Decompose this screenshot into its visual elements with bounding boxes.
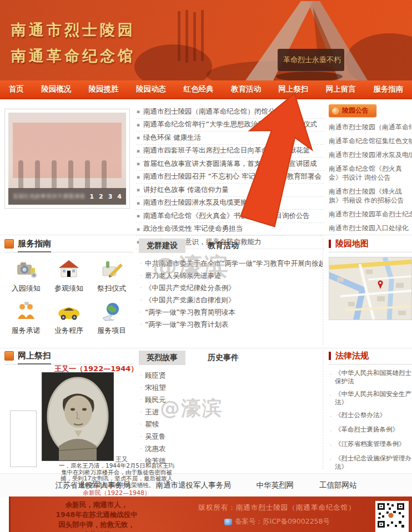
news-carousel[interactable]: 首届红色故事宣讲大赛圆满落幕 1 2 3 4 [4,109,130,209]
announcement-header: 陵园公告 [329,104,376,117]
hero-item[interactable]: ·顾臣贤 [139,369,323,382]
law-item[interactable]: ·《革命烈士褒扬条例》 [329,425,412,435]
bullet-icon: · [140,434,142,439]
icp-number[interactable]: 备案号：苏ICP备09002258号 [235,517,330,526]
cemetery-map-panel: 陵园地图 [329,239,412,347]
law-item[interactable]: ·《中华人民共和国英雄烈士保护法 [329,369,412,386]
panel-marker-icon [4,351,14,361]
announcement-item[interactable]: 南通市烈士陵园潜水泵及电缆更换招 [329,150,412,159]
announcement-list: 南通市烈士陵园（南通革命纪念馆） 南通革命纪念馆征集红色文物公告 南通市烈士陵园… [329,123,412,233]
news-item[interactable]: ▪南通市烈士陵园潜水泵及电缆更换招标文件 [135,197,324,210]
pencil-icon [99,259,124,279]
people-icon [14,301,38,321]
carousel-page-1[interactable]: 1 [89,193,94,200]
news-item[interactable]: ▪讲好红色故事 传递信仰力量 [135,184,324,197]
news-item[interactable]: ▪南通市四套班子等出席烈士纪念日向革命烈士敬献花篮 [135,145,324,158]
bullet-icon: · [330,427,331,435]
carousel-page-2[interactable]: 2 [99,193,103,200]
service-memorial-ceremony[interactable]: 祭扫仪式 [91,259,133,293]
nav-message-board[interactable]: 网上留言 [326,84,356,94]
tab-historical-events[interactable]: 历史事件 [200,351,247,365]
nav-online-memorial[interactable]: 网上祭扫 [278,84,308,94]
footer-link-china-heroes[interactable]: 中华英烈网 [257,480,294,490]
overflow-martyr-bio: 余新民，南通市人， 1948年在苏北通榆战役中 因头部中弹，抢救无效， 光荣牺牲 [36,500,158,532]
beian-icon [224,519,232,525]
news-item[interactable]: ▪南通革命纪念馆《烈火真金》书设计制作项目询价公告 [135,210,324,223]
party-item[interactable]: ·《中国共产党纪律处分条例》 [139,282,323,294]
nav-home[interactable]: 首页 [9,84,24,94]
announcement-item[interactable]: 南通市烈士陵园入口处绿化工程改造 文件 [329,224,412,233]
bullet-icon: ▪ [137,122,140,128]
announcement-item[interactable]: 南通市烈士陵园革命烈士纪念堂改造 [329,210,412,219]
divider [0,348,412,348]
bullet-icon: · [330,413,331,421]
hero-item[interactable]: ·沈惠农 [139,443,323,455]
hero-item[interactable]: ·宋祖望 [139,382,323,394]
header-banner: 革命烈士永垂不朽 南通市烈士陵园 南通革命纪念馆 [0,0,412,80]
nav-education[interactable]: 教育活动 [231,84,261,94]
watermark: @濠滨 [160,395,223,422]
bullet-icon: · [140,446,142,452]
law-item[interactable]: ·《烈士纪念设施保护管理办法》 [329,454,412,471]
carousel-page-4[interactable]: 4 [117,193,122,200]
announcement-title: 陵园公告 [342,106,369,115]
cemetery-map[interactable] [329,257,412,320]
footer-link-miit[interactable]: 工信部网站 [319,480,357,490]
bullet-icon: · [140,297,142,303]
party-item[interactable]: ·“两学一做”学习教育简明读本 [139,306,323,318]
nav-overview[interactable]: 陵园概况 [41,84,71,94]
nav-red-classics[interactable]: 红色经典 [183,84,213,94]
tab-hero-stories[interactable]: 英烈故事 [139,351,185,365]
service-entry-notice[interactable]: 入园须知 [4,259,47,293]
nav-scenery[interactable]: 陵园揽胜 [89,84,119,94]
laws-title: 法律法规 [335,351,369,361]
news-item[interactable]: ▪绿色环保 健康生活 [135,131,324,145]
nav-news[interactable]: 陵园动态 [136,84,166,94]
bullet-icon: · [330,371,331,386]
carousel-page-3[interactable]: 3 [108,193,113,200]
dot-icon [332,108,339,114]
announcement-item[interactable]: 南通市烈士陵园（南通革命纪念馆） [329,123,412,131]
house-icon [57,259,81,279]
bullet-icon: · [140,409,142,415]
martyr-portrait [42,373,113,460]
news-item[interactable]: ▪南通市烈士陵园召开 “不忘初心 牢记使命”主题教育部署会 [135,171,324,184]
bullet-icon: ▪ [137,109,140,114]
camera-icon [14,259,38,279]
service-procedures[interactable]: 业务程序 [47,301,90,336]
hero-item[interactable]: ·吴亚鲁 [139,430,323,443]
panel-marker-icon [329,352,331,360]
announcement-item[interactable]: 南通市烈士陵园《烽火战旗》书籍设 作的招标公告 [329,187,412,205]
nav-service-guide[interactable]: 服务指南 [373,84,403,94]
news-item[interactable]: ▪南通市烈士陵园（南通革命纪念馆）闭馆公告 [135,105,324,119]
monument-inscription: 革命烈士永垂不朽 [283,55,341,64]
service-promise[interactable]: 服务承诺 [4,301,47,336]
globe-icon [99,301,124,321]
party-item[interactable]: ·《中国共产党廉洁自律准则》 [139,294,323,306]
carousel-caption: 首届红色故事宣讲大赛圆满落幕 [13,192,85,200]
bullet-icon: ▪ [137,148,140,154]
main-nav: 首页 陵园概况 陵园揽胜 陵园动态 红色经典 教育活动 网上祭扫 网上留言 服务… [0,80,412,99]
carousel-photo: 首届红色故事宣讲大赛圆满落幕 1 2 3 4 [8,113,126,205]
copyright-text: 版权所有：南通市烈士陵园（南通革命纪念馆） [177,503,377,513]
party-item[interactable]: ·“两学一做”学习教育计划表 [139,318,323,331]
panel-marker-icon [4,239,14,249]
news-item[interactable]: ▪政治生命强党性 牢记使命勇担当 [135,223,324,236]
service-projects[interactable]: 服务项目 [91,301,133,336]
bullet-icon: ▪ [137,135,140,140]
laws-panel: 法律法规 ·《中华人民共和国英雄烈士保护法 ·《中华人民共和国安全生产法》 ·《… [329,351,412,472]
law-item[interactable]: ·《江苏省档案管理条例》 [329,440,412,450]
copyright-footer: 余新民，南通市人， 1948年在苏北通榆战役中 因头部中弹，抢救无效， 光荣牺牲… [9,496,412,532]
next-martyr-name: 余新民（1922—1948） [16,490,218,496]
announcement-item[interactable]: 南通革命纪念馆征集红色文物公告 [329,136,412,145]
news-item[interactable]: ▪首届红色故事宣讲大赛圆满落幕，首支红色故事宣讲团成 [135,158,324,171]
law-item[interactable]: ·《烈士公祭办法》 [329,411,412,421]
law-item[interactable]: ·《中华人民共和国安全生产法》 [329,390,412,407]
bullet-icon: · [140,273,142,278]
bullet-icon: · [140,310,142,315]
page-root: 革命烈士永垂不朽 南通市烈士陵园 南通革命纪念馆 首页 陵园概况 陵园揽胜 陵园… [0,0,412,532]
announcement-item[interactable]: 南通革命纪念馆《烈火真金》书设计 询价公告 [329,164,412,182]
news-item[interactable]: ▪南通革命纪念馆举行“大学生思想政治教育基地”挂牌仪式 [135,119,324,132]
bullet-icon: · [140,285,142,291]
service-visit-notice[interactable]: 参观须知 [47,259,90,293]
